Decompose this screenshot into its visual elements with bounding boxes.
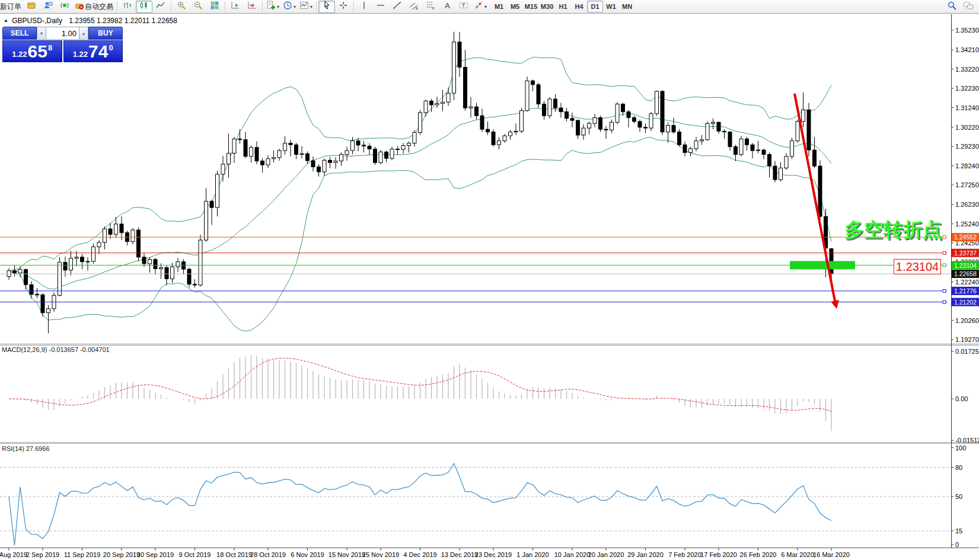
- timeframe-button-d1[interactable]: D1: [587, 1, 603, 12]
- indicators-button[interactable]: ▾: [264, 1, 281, 13]
- bollinger-bands: [9, 57, 831, 331]
- rsi-pane: [0, 463, 951, 545]
- sell-button[interactable]: SELL: [2, 27, 37, 40]
- line-anchor[interactable]: [943, 236, 946, 239]
- templates-button[interactable]: ▾: [298, 1, 314, 13]
- buy-price-big: 74: [88, 43, 108, 60]
- chat-icon: [963, 1, 974, 13]
- timeframe-button-w1[interactable]: W1: [603, 1, 619, 12]
- vertical-line-button[interactable]: [356, 1, 372, 13]
- zoom-in-button[interactable]: [173, 1, 190, 13]
- date-label: 2 Sep 2019: [26, 551, 59, 558]
- periods-button[interactable]: ▾: [281, 1, 298, 13]
- text-label-button[interactable]: T: [455, 1, 472, 13]
- chart-shift-button[interactable]: [244, 1, 260, 13]
- date-label: 6 Nov 2019: [291, 551, 324, 558]
- text-button[interactable]: A: [439, 1, 455, 13]
- rsi-line: [9, 463, 831, 545]
- macd-indicator-label: MACD(12,26,9) -0.013657 -0.004701: [2, 346, 110, 353]
- volume-decrease-button[interactable]: ▼: [37, 27, 46, 40]
- chart-line-button[interactable]: [152, 1, 169, 13]
- chart-expand-icon[interactable]: ▲: [4, 18, 8, 23]
- highlight-rectangle[interactable]: [790, 261, 855, 270]
- new-order-label: 新订单: [0, 2, 21, 12]
- chart-bars-button[interactable]: [119, 1, 136, 13]
- line-anchor[interactable]: [943, 251, 946, 254]
- toolbar-separator: [171, 2, 171, 12]
- chat-button[interactable]: [960, 1, 977, 13]
- volume-increase-button[interactable]: ▲: [79, 27, 88, 40]
- zoom-out-button[interactable]: [190, 1, 206, 13]
- indicators-icon: [266, 1, 276, 12]
- chart-candles-button[interactable]: [136, 1, 152, 13]
- price-badge-label: 1.21202: [954, 299, 977, 306]
- buy-price-display[interactable]: 1.22 74 0: [63, 40, 123, 62]
- date-label: 23 Dec 2019: [475, 551, 512, 558]
- timeframe-button-mn[interactable]: MN: [619, 1, 635, 12]
- zoom-out-icon: [193, 1, 203, 12]
- price-tick-label: 1.20260: [955, 317, 979, 324]
- line-anchor[interactable]: [943, 300, 946, 303]
- date-label: 29 Jan 2020: [627, 551, 664, 558]
- crosshair-button[interactable]: [335, 1, 352, 13]
- rsi-tick-label: 100: [955, 444, 966, 452]
- chart-candles-icon: [139, 1, 149, 12]
- date-label: 16 Mar 2020: [813, 551, 850, 558]
- trend-arrow-line[interactable]: [795, 94, 835, 301]
- rsi-tick-label: 15: [955, 527, 962, 535]
- line-anchor[interactable]: [943, 289, 946, 292]
- one-click-trade-panel: SELL ▼ ▲ BUY 1.22 65 8 1.22 74 0: [2, 27, 123, 62]
- buy-price-base: 1.22: [73, 50, 88, 59]
- horizontal-line-button[interactable]: [372, 1, 389, 13]
- fibonacci-icon: F: [426, 1, 435, 12]
- buy-button[interactable]: BUY: [88, 27, 123, 40]
- cursor-icon: [322, 1, 331, 12]
- community-button[interactable]: [40, 1, 56, 13]
- auto-trading-button[interactable]: 自动交易: [73, 1, 115, 13]
- vertical-line-icon: [359, 1, 369, 12]
- sell-price-sup: 8: [48, 43, 52, 52]
- crosshair-icon: [339, 1, 348, 12]
- macd-tick-label: 0.017252: [955, 348, 979, 355]
- arrows-shapes-button[interactable]: ▾: [472, 1, 489, 13]
- date-label: 26 Feb 2020: [740, 551, 777, 558]
- volume-input[interactable]: [46, 27, 79, 40]
- timeframe-button-m15[interactable]: M15: [523, 1, 539, 12]
- macd-tick-label: -0.015128: [955, 437, 979, 444]
- chart-symbol-period: GBPUSD-,Daily: [12, 17, 62, 25]
- sell-price-display[interactable]: 1.22 65 8: [2, 40, 62, 62]
- chart-canvas[interactable]: 1.352301.342101.332201.322301.312401.302…: [0, 0, 979, 560]
- tile-windows-icon: [210, 1, 219, 12]
- community-icon: [43, 1, 53, 12]
- timeframe-button-h1[interactable]: H1: [555, 1, 571, 12]
- trendline-button[interactable]: [389, 1, 406, 13]
- svg-text:T: T: [462, 2, 465, 8]
- signals-button[interactable]: [56, 1, 73, 13]
- market-icon: [27, 1, 36, 12]
- candles-layer: [7, 32, 833, 334]
- timeframe-button-m5[interactable]: M5: [507, 1, 523, 12]
- search-button[interactable]: [943, 1, 960, 13]
- sell-price-base: 1.22: [12, 50, 27, 59]
- text-icon: A: [442, 1, 452, 12]
- auto-scroll-button[interactable]: [227, 1, 244, 13]
- fibonacci-button[interactable]: F: [422, 1, 439, 13]
- new-order-button[interactable]: 新订单: [1, 1, 23, 13]
- price-tick-label: 1.27250: [955, 181, 979, 188]
- chart-shift-icon: [247, 1, 257, 12]
- market-button[interactable]: [23, 1, 40, 13]
- channel-button[interactable]: E: [406, 1, 422, 13]
- toolbar-separator: [225, 2, 225, 12]
- price-tick-label: 1.32230: [955, 85, 979, 92]
- tile-windows-button[interactable]: [206, 1, 223, 13]
- zoom-in-icon: [177, 1, 186, 12]
- price-tick-label: 1.28240: [955, 162, 979, 169]
- timeframe-button-h4[interactable]: H4: [571, 1, 587, 12]
- cursor-button[interactable]: [318, 1, 335, 13]
- signals-icon: [60, 1, 69, 12]
- line-anchor[interactable]: [943, 264, 946, 267]
- timeframe-button-m30[interactable]: M30: [539, 1, 555, 12]
- chart-bars-icon: [123, 1, 132, 12]
- date-label: 30 Sep 2019: [137, 551, 174, 558]
- timeframe-button-m1[interactable]: M1: [491, 1, 507, 12]
